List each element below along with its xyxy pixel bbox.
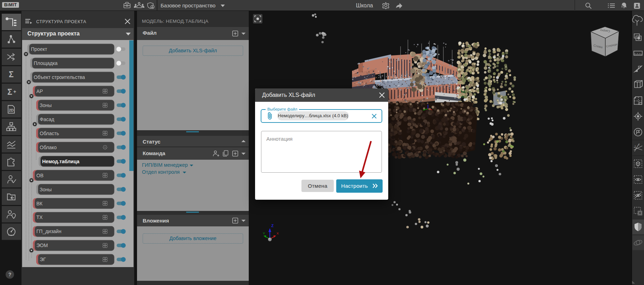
svg-text:+: + [13,89,16,94]
svg-text:?: ? [8,272,12,277]
svg-text:Σ: Σ [7,87,12,97]
svg-text:Z: Z [271,224,274,228]
svg-text:2D: 2D [9,108,14,112]
svg-text:Y: Y [263,231,265,235]
svg-text:1: 1 [635,145,636,147]
svg-text:X: X [277,231,279,235]
svg-text:Σ: Σ [9,70,14,79]
svg-text:2: 2 [638,143,640,146]
